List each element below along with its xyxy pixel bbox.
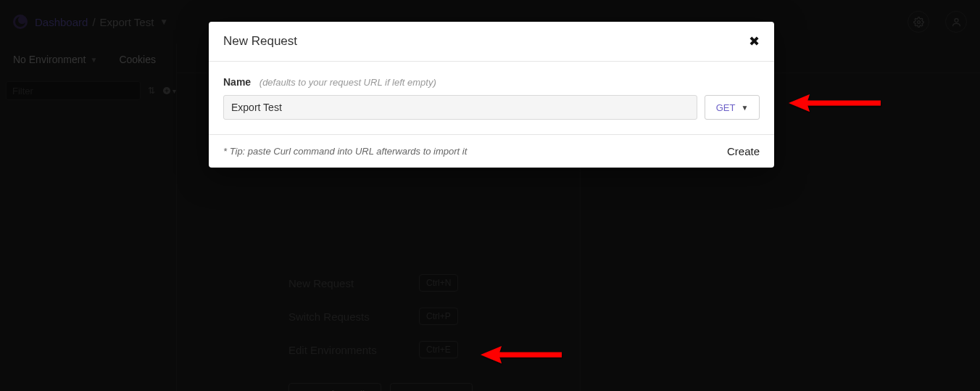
modal-body: Name (defaults to your request URL if le…: [209, 62, 774, 134]
modal-footer: * Tip: paste Curl command into URL after…: [209, 134, 774, 168]
name-input[interactable]: [223, 95, 697, 120]
name-label-row: Name (defaults to your request URL if le…: [223, 76, 760, 88]
new-request-modal: New Request ✖ Name (defaults to your req…: [209, 22, 774, 168]
create-button[interactable]: Create: [727, 145, 760, 157]
name-label: Name: [223, 76, 251, 88]
name-row: GET ▼: [223, 95, 760, 120]
method-dropdown[interactable]: GET ▼: [705, 95, 760, 120]
close-icon[interactable]: ✖: [749, 33, 760, 49]
modal-title: New Request: [223, 34, 297, 49]
caret-down-icon: ▼: [741, 104, 748, 112]
modal-header: New Request ✖: [209, 22, 774, 62]
method-label: GET: [716, 102, 736, 113]
name-hint: (defaults to your request URL if left em…: [259, 77, 436, 88]
modal-tip: * Tip: paste Curl command into URL after…: [223, 146, 467, 157]
